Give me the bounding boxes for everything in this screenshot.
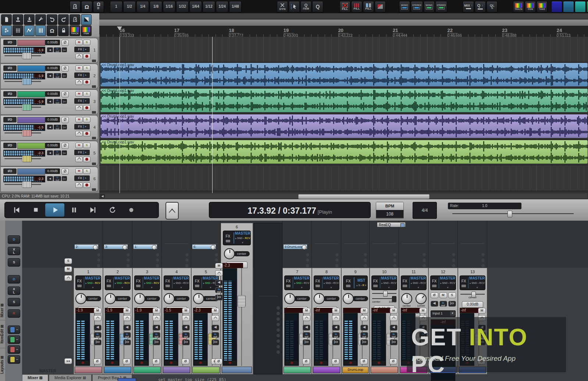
open-project-icon[interactable] <box>13 14 23 25</box>
channel-phase-button[interactable]: Ø <box>182 359 189 364</box>
edit-cursor-marker[interactable] <box>117 26 122 33</box>
channel-envelope-button[interactable] <box>153 315 160 321</box>
track-envelope-button[interactable] <box>75 54 83 59</box>
track-envelope-button[interactable] <box>75 131 83 136</box>
phase-button[interactable]: Ø <box>61 143 69 149</box>
channel-mute-button[interactable]: M <box>439 292 447 298</box>
bpm-box[interactable]: BPM 108 <box>376 202 404 219</box>
arrange-lane-2[interactable]: << DrumLoop1.wav <box>99 63 588 88</box>
pin-button[interactable]: |▭ <box>390 339 398 345</box>
horizontal-scrollbar[interactable]: ◀ <box>99 193 588 199</box>
track-name-bar[interactable] <box>17 168 45 175</box>
track-panel-4[interactable]: I/O0.00dBØMS-1.5◀inout|▭FX | ▪4 <box>0 115 98 140</box>
track-volume-value[interactable]: 0.00dB <box>45 168 60 174</box>
monitor-in-out-toggle[interactable]: inout <box>54 150 61 155</box>
phase-button[interactable]: Ø <box>61 65 69 72</box>
color-item-button[interactable]: ITEM <box>525 1 536 13</box>
fx-routing-button[interactable]: FXMASTER▴ SND • RCV ▾ <box>314 275 339 290</box>
monitor-in-out-toggle[interactable]: inout <box>54 125 61 129</box>
fx-routing-button[interactable]: FXMASTER▴ SND • RCV ▾ <box>401 275 426 290</box>
channel-phase-button[interactable]: Ø <box>152 359 160 364</box>
fader-thumb[interactable] <box>22 156 32 162</box>
channel-envelope-button[interactable] <box>360 315 368 321</box>
track-solo-button[interactable]: S <box>83 143 90 148</box>
monitor-back-icon[interactable]: ◀ <box>153 325 160 331</box>
scroll-left-arrow-icon[interactable]: ◀ <box>100 194 105 198</box>
track-panel-5[interactable]: I/O0.00dBØMS-2.3◀inout|▭FX | ▪5 <box>0 141 98 166</box>
color-swatch-4[interactable] <box>587 1 588 13</box>
track-io-button[interactable]: I/O <box>3 117 17 122</box>
ruler-zoom-strip[interactable] <box>99 19 588 26</box>
folder-icon[interactable] <box>92 85 96 88</box>
master-mute-button[interactable]: M <box>64 266 72 272</box>
channel-solo-button[interactable]: S <box>448 292 456 298</box>
quantize-button[interactable]: Q <box>312 1 323 13</box>
record-arm-indicator[interactable] <box>194 361 207 365</box>
monitor-in-out-toggle[interactable]: inout <box>123 332 131 338</box>
channel-phase-button[interactable]: Ø <box>302 359 310 364</box>
channel-envelope-button[interactable] <box>390 315 398 321</box>
docker-color-button-4[interactable]: – <box>8 355 20 364</box>
dynamic-split-button[interactable]: DYN <box>277 1 288 13</box>
mixer-channel-6[interactable]: 6FXMASTER▴ SND • RCV ▾center0.00dB-2.3M◀… <box>221 221 282 374</box>
track-envelope-button[interactable] <box>75 79 83 85</box>
monitor-back-icon[interactable]: ◀ <box>390 325 398 331</box>
monitor-in-out-toggle[interactable]: inout <box>54 73 61 78</box>
record-monitor-back-icon[interactable]: ◀ <box>47 176 53 181</box>
pin-button[interactable]: |▭ <box>182 339 190 345</box>
channel-envelope-button[interactable] <box>332 315 340 321</box>
track-volume-value[interactable]: 0.00dB <box>45 40 60 45</box>
track-solo-button[interactable]: S <box>83 168 90 174</box>
channel-mode-stereo-3[interactable]: STEREO <box>435 1 448 13</box>
phase-button[interactable]: Ø <box>61 91 69 97</box>
track-fx-button[interactable]: FX | ▪ <box>74 124 90 129</box>
track-io-button[interactable]: I/O <box>3 40 17 45</box>
pan-control[interactable]: center <box>342 293 369 304</box>
record-monitor-back-icon[interactable]: ◀ <box>47 125 53 129</box>
fx-routing-button[interactable]: FXMASTER▴ SND • RCV ▾ <box>134 275 160 290</box>
pan-control[interactable]: center <box>74 293 103 304</box>
record-arm-indicator[interactable] <box>315 361 327 365</box>
settings-icon[interactable] <box>35 14 46 25</box>
grid-division-1-64[interactable]: 1/64 <box>189 1 202 13</box>
channel-phase-button[interactable]: Ø <box>431 292 438 298</box>
channel-mute-button[interactable]: M <box>215 263 223 269</box>
scrollbar-thumb[interactable] <box>298 194 430 199</box>
fx-window-title[interactable]: ReaEQ <box>377 222 406 227</box>
color-item-small-button[interactable]: ITEM <box>81 25 92 36</box>
track-mute-button[interactable]: M <box>75 168 83 174</box>
channel-mute-button[interactable]: M <box>123 308 131 314</box>
grid-division-1[interactable]: 1 <box>110 1 122 13</box>
record-arm-indicator[interactable] <box>224 361 236 365</box>
track-solo-button[interactable]: S <box>83 117 90 122</box>
grid-division-1-16[interactable]: 1/16 <box>163 1 175 13</box>
channel-mode-stereo-1[interactable]: STEREO <box>411 1 423 13</box>
time-signature[interactable]: 4/4 <box>413 202 437 219</box>
mixer-channel-8[interactable]: 8FXMASTER▴ SND • RCV ▾center0.00dB-infM◀… <box>312 221 341 374</box>
fader-thumb[interactable] <box>22 53 32 59</box>
pan-slider[interactable]: center100W <box>372 293 396 303</box>
record-arm-indicator[interactable] <box>373 361 385 365</box>
pin-button[interactable]: |▭ <box>215 295 223 300</box>
receive-slot[interactable]: 9:DrumLoop <box>283 244 307 249</box>
arrange-lane-4[interactable]: << DrumLoop1.wav <box>99 114 588 140</box>
pin-button[interactable]: |▭ <box>62 176 67 181</box>
pin-button[interactable]: |▭ <box>62 47 67 52</box>
track-mute-button[interactable]: M <box>75 143 83 148</box>
master-envelope-button[interactable] <box>64 275 72 281</box>
fx-routing-button[interactable]: FXMASTER▴ SND • RCV ▾ <box>460 275 485 290</box>
color-track-small-button[interactable]: TRACK <box>70 25 80 36</box>
track-name-bar[interactable] <box>17 91 45 97</box>
channel-phase-button[interactable]: Ø <box>389 359 397 364</box>
docker-button-b-r[interactable]: R <box>8 309 20 318</box>
arrange-lane-3[interactable]: << DrumLoop1.wav <box>99 88 588 114</box>
track-io-button[interactable]: I/O <box>3 65 17 71</box>
media-item[interactable]: << DrumLoop1.wav <box>100 140 588 164</box>
fill-gaps-button-3[interactable]: FILL <box>363 1 374 13</box>
channel-mute-button[interactable]: M <box>332 308 340 314</box>
mixer-channel-10[interactable]: 10FXMASTER▴ SND • RCV ▾center100W0.00dB-… <box>370 221 399 374</box>
pin-button[interactable]: |▭ <box>62 125 67 129</box>
bpm-value[interactable]: 108 <box>376 210 403 218</box>
dock-tab-media[interactable]: Media Explorer ⊠ <box>49 374 92 381</box>
pan-width-knobs[interactable] <box>399 293 428 304</box>
